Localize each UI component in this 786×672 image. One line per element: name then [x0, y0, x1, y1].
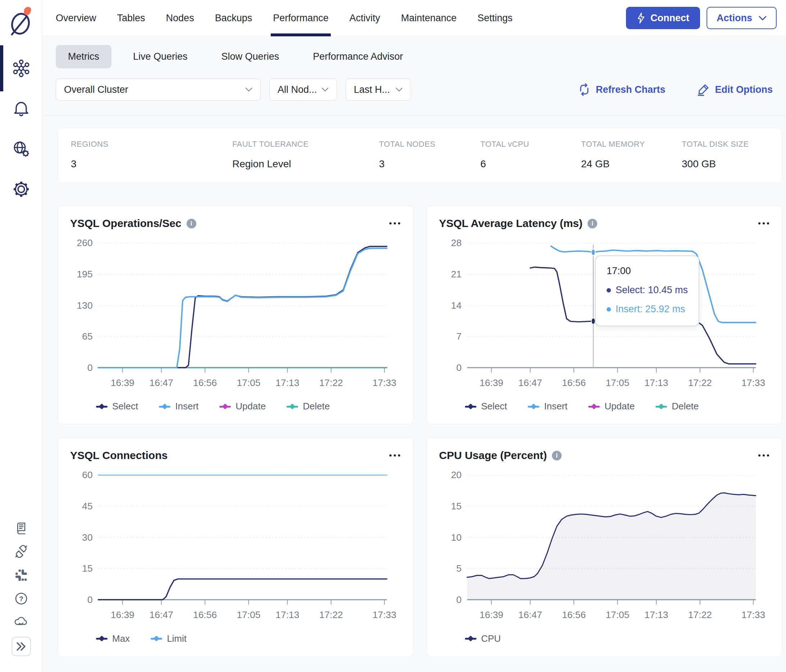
tooltip-time: 17:00	[607, 266, 688, 277]
chart-card-ysql-connections: YSQL Connections 60453015016:3916:4716:5…	[58, 438, 413, 656]
y-axis-tick-label: 5	[456, 563, 462, 574]
time-range-select[interactable]: Last H...	[346, 79, 411, 101]
legend-item-update[interactable]: Update	[588, 401, 635, 412]
tab-tables[interactable]: Tables	[117, 0, 145, 36]
tab-backups[interactable]: Backups	[215, 0, 252, 36]
legend-label: Delete	[672, 401, 699, 412]
x-axis-tick-label: 16:56	[193, 378, 217, 388]
actions-button-label: Actions	[717, 13, 752, 24]
y-axis-tick-label: 195	[77, 269, 93, 280]
legend-marker-icon	[219, 403, 231, 410]
charts-grid: YSQL Operations/Sec 26019513065016:3916:…	[58, 205, 783, 657]
x-axis-tick-label: 16:39	[111, 378, 134, 388]
lightning-bolt-icon	[637, 12, 645, 24]
y-axis-tick-label: 21	[451, 269, 461, 280]
stat-label: TOTAL vCPU	[480, 140, 581, 149]
subtab-performance-advisor[interactable]: Performance Advisor	[300, 45, 415, 68]
sidebar-item-settings[interactable]	[0, 169, 42, 209]
tab-activity[interactable]: Activity	[349, 0, 380, 36]
tab-settings[interactable]: Settings	[478, 0, 513, 36]
chart-title: YSQL Operations/Sec	[70, 217, 182, 230]
topnav-actions: Connect Actions	[626, 7, 777, 29]
x-axis-tick-label: 16:47	[149, 378, 173, 388]
legend-item-delete[interactable]: Delete	[286, 401, 330, 412]
x-axis-tick-label: 17:05	[237, 378, 260, 388]
legend-item-max[interactable]: Max	[96, 633, 130, 644]
x-axis-tick-label: 17:05	[605, 378, 629, 388]
actions-button[interactable]: Actions	[707, 7, 777, 29]
subtab-slow-queries[interactable]: Slow Queries	[209, 45, 292, 68]
legend-label: Update	[236, 401, 266, 412]
edit-options-link[interactable]: Edit Options	[696, 83, 773, 96]
sidebar-item-clusters[interactable]	[0, 48, 42, 88]
tab-overview[interactable]: Overview	[56, 0, 96, 36]
sidebar-item-network-access[interactable]	[0, 129, 42, 169]
more-menu-icon[interactable]	[389, 220, 401, 227]
cpu-usage-chart[interactable]: 2015105016:3916:4716:5617:0517:1317:2217…	[439, 469, 770, 627]
more-menu-icon[interactable]	[758, 220, 770, 227]
nodes-select[interactable]: All Nod...	[269, 79, 337, 101]
legend-item-update[interactable]: Update	[219, 401, 266, 412]
legend-label: Update	[604, 401, 635, 412]
x-axis-tick-label: 17:13	[275, 378, 299, 388]
stat-total-memory: TOTAL MEMORY 24 GB	[581, 140, 682, 170]
more-menu-icon[interactable]	[758, 452, 770, 459]
x-axis-tick-label: 17:33	[741, 609, 765, 620]
legend-marker-icon	[656, 403, 667, 410]
tooltip-insert-row: Insert: 25.92 ms	[607, 304, 688, 315]
legend-item-limit[interactable]: Limit	[151, 633, 187, 644]
legend-item-cpu[interactable]: CPU	[465, 633, 501, 644]
y-axis-tick-label: 60	[82, 470, 93, 481]
cluster-select-value: Overall Cluster	[64, 84, 128, 95]
y-axis-tick-label: 10	[451, 532, 461, 543]
info-icon[interactable]	[588, 219, 597, 228]
sidebar-item-alerts[interactable]	[0, 88, 42, 129]
sidebar-expand-button[interactable]	[11, 637, 31, 656]
legend-item-insert[interactable]: Insert	[159, 401, 198, 412]
refresh-charts-link[interactable]: Refresh Charts	[578, 83, 665, 96]
tab-performance[interactable]: Performance	[273, 0, 329, 36]
y-axis-tick-label: 15	[82, 563, 93, 574]
sidebar-bottom: ?	[0, 521, 42, 672]
tab-nodes[interactable]: Nodes	[166, 0, 194, 36]
y-axis-tick-label: 20	[451, 470, 461, 481]
connect-button[interactable]: Connect	[626, 7, 700, 29]
info-icon[interactable]	[187, 219, 196, 228]
sidebar-item-help[interactable]: ?	[15, 592, 28, 605]
x-axis-tick-label: 16:39	[479, 378, 503, 388]
yugabyte-logo[interactable]	[9, 5, 33, 39]
legend-label: Insert	[544, 401, 567, 412]
info-icon[interactable]	[552, 451, 562, 461]
ysql-connections-chart[interactable]: 60453015016:3916:4716:5617:0517:1317:221…	[70, 469, 401, 627]
docs-icon	[15, 521, 28, 534]
subtab-live-queries[interactable]: Live Queries	[121, 45, 200, 68]
ysql-operations-chart[interactable]: 26019513065016:3916:4716:5617:0517:1317:…	[70, 237, 401, 395]
legend-item-insert[interactable]: Insert	[528, 401, 567, 412]
subtab-metrics[interactable]: Metrics	[56, 45, 112, 68]
tab-maintenance[interactable]: Maintenance	[401, 0, 457, 36]
legend-item-select[interactable]: Select	[465, 401, 507, 412]
chart-legend: SelectInsertUpdateDelete	[96, 401, 401, 412]
legend-item-delete[interactable]: Delete	[656, 401, 699, 412]
sidebar-item-integrations[interactable]	[14, 545, 28, 558]
chart-card-cpu-usage: CPU Usage (Percent) 2015105016:3916:4716…	[426, 438, 783, 656]
more-menu-icon[interactable]	[389, 452, 401, 459]
x-axis-tick-label: 16:39	[111, 609, 134, 620]
cluster-select[interactable]: Overall Cluster	[56, 79, 261, 101]
pencil-icon	[696, 83, 710, 96]
sidebar-item-slack[interactable]	[15, 569, 28, 582]
bell-icon	[13, 100, 30, 117]
legend-marker-icon	[465, 635, 476, 642]
legend-marker-icon	[528, 403, 539, 410]
cluster-stats-card: REGIONS 3 FAULT TOLERANCE Region Level T…	[58, 128, 783, 183]
sidebar-item-cloud-status[interactable]	[14, 615, 28, 626]
top-navigation: Overview Tables Nodes Backups Performanc…	[42, 0, 786, 36]
chart-legend: MaxLimit	[96, 633, 401, 644]
refresh-charts-label: Refresh Charts	[596, 84, 665, 95]
y-axis-tick-label: 45	[82, 501, 93, 511]
help-icon: ?	[15, 592, 28, 605]
x-axis-tick-label: 17:22	[688, 609, 712, 620]
stat-total-disk-size: TOTAL DISK SIZE 300 GB	[682, 140, 749, 170]
legend-item-select[interactable]: Select	[96, 401, 138, 412]
sidebar-item-docs[interactable]	[15, 521, 28, 534]
